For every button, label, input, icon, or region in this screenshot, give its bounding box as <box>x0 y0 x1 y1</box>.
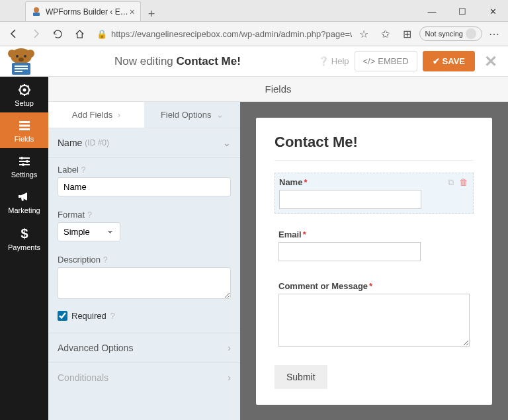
form-title: Contact Me! <box>275 134 474 151</box>
form-preview: Contact Me! ⧉ 🗑 Name* Email* <box>256 118 492 405</box>
svg-rect-15 <box>19 125 30 127</box>
svg-point-4 <box>26 50 34 58</box>
svg-point-7 <box>19 58 24 62</box>
comment-textarea-preview[interactable] <box>278 294 470 347</box>
form-preview-area: Contact Me! ⧉ 🗑 Name* Email* <box>240 102 508 420</box>
svg-point-3 <box>8 50 16 58</box>
collections-button[interactable]: ⊞ <box>398 24 417 44</box>
forward-button[interactable] <box>26 24 46 44</box>
field-name-header[interactable]: Name (ID #0) ⌄ <box>48 128 240 158</box>
field-label: Comment or Message* <box>278 281 470 291</box>
close-builder-button[interactable]: ✕ <box>484 52 497 71</box>
svg-point-17 <box>21 157 23 159</box>
svg-point-13 <box>22 89 26 92</box>
format-select[interactable]: Simple <box>58 222 120 241</box>
lock-icon: 🔒 <box>97 29 107 39</box>
url-field[interactable]: 🔒 https://evangelinesrecipebox.com/wp-ad… <box>91 29 352 39</box>
chevron-down-icon: ⌄ <box>223 138 231 148</box>
profile-sync-button[interactable]: Not syncing <box>419 26 482 41</box>
help-button[interactable]: ❔ Help <box>318 56 349 66</box>
favicon-icon <box>31 7 42 17</box>
conditionals-section[interactable]: Conditionals › <box>48 362 240 392</box>
label-input[interactable] <box>58 177 231 196</box>
refresh-button[interactable] <box>48 24 67 44</box>
chevron-right-icon: › <box>228 372 231 383</box>
svg-rect-11 <box>15 71 22 72</box>
label-label: Label ? <box>58 165 231 175</box>
wpforms-logo <box>5 47 37 76</box>
favorite-button[interactable]: ☆ <box>354 24 374 44</box>
new-tab-button[interactable]: + <box>141 7 162 21</box>
help-icon[interactable]: ? <box>110 311 115 321</box>
svg-rect-9 <box>15 65 28 67</box>
menu-button[interactable]: ⋯ <box>484 24 504 44</box>
name-input-preview[interactable] <box>279 190 421 209</box>
form-field-email[interactable]: Email* <box>275 226 474 265</box>
chevron-right-icon: › <box>118 110 120 120</box>
sidebar-item-settings[interactable]: Settings <box>0 148 48 184</box>
sidebar-item-setup[interactable]: Setup <box>0 77 48 112</box>
builder-sidebar: Setup Fields Settings Marketing $ Paymen… <box>0 77 48 420</box>
submit-button[interactable]: Submit <box>275 365 327 389</box>
svg-point-18 <box>26 160 28 163</box>
required-label: Required <box>71 311 106 321</box>
tab-title: WPForms Builder ‹ Evangeline's <box>46 7 130 17</box>
description-textarea[interactable] <box>58 267 231 299</box>
svg-rect-10 <box>15 68 28 69</box>
field-label: Email* <box>278 230 470 239</box>
field-options-panel: Add Fields › Field Options ⌄ Name (ID #0… <box>48 102 240 420</box>
back-button[interactable] <box>4 24 24 44</box>
sync-label: Not syncing <box>425 30 463 38</box>
svg-rect-20 <box>19 195 21 198</box>
builder-header: Now editing Contact Me! ❔ Help </> EMBED… <box>0 46 508 77</box>
now-editing-label: Now editing Contact Me! <box>37 55 318 68</box>
svg-rect-16 <box>19 128 30 130</box>
help-icon[interactable]: ? <box>87 210 92 220</box>
help-icon: ❔ <box>318 56 329 66</box>
duplicate-icon[interactable]: ⧉ <box>448 177 454 188</box>
field-label: Name* <box>279 177 469 187</box>
minimize-button[interactable]: — <box>417 1 447 21</box>
svg-point-6 <box>24 55 26 58</box>
favorites-bar-button[interactable]: ✩ <box>376 24 396 44</box>
svg-rect-1 <box>33 13 40 16</box>
sidebar-item-marketing[interactable]: Marketing <box>0 184 48 220</box>
form-field-name[interactable]: ⧉ 🗑 Name* <box>275 173 474 214</box>
svg-point-5 <box>16 55 19 58</box>
embed-button[interactable]: </> EMBED <box>355 51 417 71</box>
home-button[interactable] <box>69 24 89 44</box>
help-icon[interactable]: ? <box>103 255 108 265</box>
save-button[interactable]: ✔ SAVE <box>423 51 475 71</box>
email-input-preview[interactable] <box>278 242 421 261</box>
maximize-button[interactable]: ☐ <box>447 1 478 21</box>
url-text: https://evangelinesrecipebox.com/wp-admi… <box>111 29 352 39</box>
check-icon: ✔ <box>433 56 440 66</box>
svg-rect-14 <box>19 121 30 123</box>
svg-text:$: $ <box>21 226 28 241</box>
form-field-comment[interactable]: Comment or Message* <box>275 277 474 353</box>
delete-icon[interactable]: 🗑 <box>459 177 468 188</box>
svg-point-19 <box>22 163 24 166</box>
description-label: Description ? <box>58 255 231 265</box>
code-icon: </> <box>363 56 376 66</box>
chevron-down-icon: ⌄ <box>216 110 224 120</box>
tab-field-options[interactable]: Field Options ⌄ <box>144 102 240 128</box>
sidebar-item-payments[interactable]: $ Payments <box>0 220 48 257</box>
avatar-icon <box>466 28 476 39</box>
sidebar-item-fields[interactable]: Fields <box>0 112 48 148</box>
help-icon[interactable]: ? <box>81 165 86 175</box>
advanced-options-section[interactable]: Advanced Options › <box>48 333 240 362</box>
window-titlebar: WPForms Builder ‹ Evangeline's × + — ☐ ✕ <box>0 0 508 21</box>
fields-header: Fields <box>48 77 508 102</box>
chevron-right-icon: › <box>228 343 231 353</box>
tab-close-icon[interactable]: × <box>130 7 135 17</box>
browser-tab[interactable]: WPForms Builder ‹ Evangeline's × <box>25 1 141 21</box>
format-label: Format ? <box>58 210 231 220</box>
required-checkbox[interactable] <box>58 311 67 321</box>
svg-point-0 <box>34 7 39 13</box>
close-button[interactable]: ✕ <box>478 1 508 21</box>
address-bar: 🔒 https://evangelinesrecipebox.com/wp-ad… <box>0 21 508 46</box>
tab-add-fields[interactable]: Add Fields › <box>48 102 144 128</box>
